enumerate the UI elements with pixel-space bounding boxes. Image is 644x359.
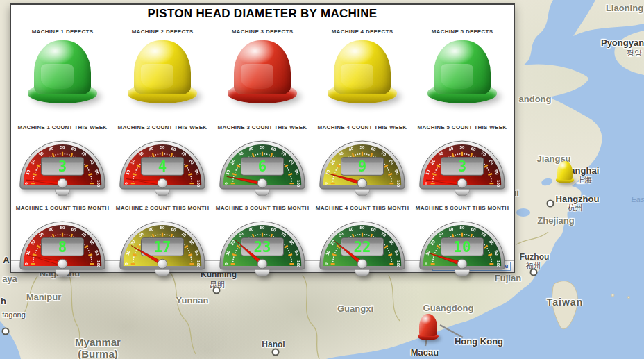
gauge-machine-2-week: 01020304050607080901004	[116, 134, 209, 199]
svg-text:0: 0	[323, 262, 328, 265]
svg-text:3: 3	[58, 158, 67, 175]
gauge-machine-1-week: 01020304050607080901003	[16, 134, 109, 199]
defect-cell-machine-5: MACHINE 5 DEFECTS	[412, 28, 512, 103]
map-label-hong-kong: Hong Kong	[455, 336, 503, 347]
city-dot	[2, 328, 10, 335]
map-label-guangxi: Guangxi	[337, 303, 373, 314]
defect-cell-machine-2: MACHINE 2 DEFECTS	[112, 28, 212, 103]
svg-text:50: 50	[60, 225, 65, 230]
hongkong-macau-led-marker[interactable]	[418, 314, 439, 340]
svg-text:100: 100	[296, 180, 301, 187]
map-label-h: h	[1, 296, 6, 306]
defect-light-machine-5	[427, 38, 497, 103]
map-label-eas: Eas	[632, 195, 644, 203]
gauge-machine-3-week: 01020304050607080901006	[216, 134, 309, 199]
sea-shape-west	[0, 321, 21, 359]
city-dot	[272, 349, 280, 356]
gauge-label: MACHINE 3 COUNT THIS WEEK	[218, 124, 307, 131]
map-label-taiwan: Taiwan	[547, 297, 583, 308]
lake	[541, 177, 553, 187]
svg-text:17: 17	[154, 239, 171, 256]
week-cell-machine-5: MACHINE 5 COUNT THIS WEEK010203040506070…	[412, 124, 512, 199]
svg-text:100: 100	[96, 260, 101, 268]
month-cell-machine-1: MACHINE 1 COUNT THIS MONTH01020304050607…	[12, 205, 112, 279]
svg-text:0: 0	[323, 182, 328, 185]
gauge-label: MACHINE 2 COUNT THIS MONTH	[116, 205, 209, 211]
svg-text:10: 10	[454, 239, 471, 256]
lake	[516, 208, 530, 217]
led-dome	[434, 40, 491, 94]
map-led-dome	[557, 161, 573, 180]
defect-light-label: MACHINE 5 DEFECTS	[432, 28, 493, 35]
svg-text:50: 50	[60, 144, 65, 149]
week-cell-machine-2: MACHINE 2 COUNT THIS WEEK010203040506070…	[112, 124, 212, 199]
month-cell-machine-4: MACHINE 4 COUNT THIS MONTH01020304050607…	[312, 205, 412, 279]
screen: { "dashboard": { "title": "PISTON HEAD D…	[0, 0, 644, 359]
city-dot	[213, 287, 221, 294]
gauge-machine-4-month: 010203040506070809010022	[316, 215, 409, 279]
map-label-manipur: Manipur	[26, 292, 62, 302]
svg-text:3: 3	[458, 158, 466, 175]
gauge-label: MACHINE 4 COUNT THIS WEEK	[318, 124, 407, 131]
week-cell-machine-3: MACHINE 3 COUNT THIS WEEK010203040506070…	[212, 124, 312, 199]
gauge-label: MACHINE 1 COUNT THIS WEEK	[18, 124, 108, 131]
svg-text:50: 50	[360, 144, 365, 149]
map-label--: 上海	[577, 175, 592, 185]
svg-text:100: 100	[396, 180, 401, 187]
month-cell-machine-5: MACHINE 5 COUNT THIS MONTH01020304050607…	[412, 205, 512, 279]
defect-light-machine-2	[128, 38, 197, 103]
gauge-machine-3-month: 010203040506070809010023	[216, 215, 309, 279]
map-label--: 杭州	[568, 203, 583, 213]
svg-text:50: 50	[160, 225, 165, 230]
map-label-guangdong: Guangdong	[423, 303, 474, 313]
defect-cell-machine-4: MACHINE 4 DEFECTS	[312, 28, 412, 103]
led-dome	[34, 40, 91, 94]
defect-lights-row: MACHINE 1 DEFECTSMACHINE 2 DEFECTSMACHIN…	[12, 28, 512, 103]
month-cell-machine-2: MACHINE 2 COUNT THIS MONTH01020304050607…	[112, 205, 212, 279]
week-cell-machine-1: MACHINE 1 COUNT THIS WEEK010203040506070…	[12, 124, 112, 199]
svg-text:100: 100	[496, 180, 501, 187]
svg-text:6: 6	[258, 158, 266, 175]
map-label-myanmar: Myanmar	[75, 336, 121, 348]
islet	[611, 294, 614, 297]
svg-text:50: 50	[460, 144, 465, 149]
gauge-label: MACHINE 3 COUNT THIS MONTH	[216, 205, 309, 211]
svg-text:0: 0	[124, 262, 128, 265]
map-label-tagong: tagong	[2, 310, 26, 319]
led-dome	[134, 40, 191, 94]
svg-text:100: 100	[396, 260, 401, 268]
city-dot	[530, 269, 538, 276]
map-label-macau: Macau	[411, 347, 439, 358]
gauge-machine-5-week: 01020304050607080901003	[416, 134, 509, 199]
map-label--: 평양	[627, 48, 642, 58]
svg-text:100: 100	[296, 260, 301, 268]
map-label-andong: andong	[519, 94, 552, 104]
svg-text:100: 100	[196, 260, 201, 268]
defect-light-machine-4	[328, 38, 397, 103]
svg-text:0: 0	[423, 262, 428, 265]
gauge-machine-1-month: 01020304050607080901008	[16, 215, 109, 279]
svg-text:50: 50	[260, 144, 265, 149]
map-label-zhejiang: Zhejiang	[537, 215, 574, 226]
defect-cell-machine-3: MACHINE 3 DEFECTS	[212, 28, 312, 103]
map-led-dome	[419, 314, 437, 336]
led-dome	[234, 40, 291, 94]
shanghai-led-marker[interactable]	[556, 161, 574, 183]
map-label-liaoning: Liaoning	[606, 3, 643, 13]
svg-text:22: 22	[354, 239, 371, 256]
svg-text:0: 0	[24, 182, 28, 185]
gauge-label: MACHINE 1 COUNT THIS MONTH	[16, 205, 109, 211]
svg-text:100: 100	[196, 180, 201, 187]
month-cell-machine-3: MACHINE 3 COUNT THIS MONTH01020304050607…	[212, 205, 312, 279]
defect-light-machine-3	[228, 38, 297, 103]
svg-text:4: 4	[158, 158, 167, 175]
map-label-a: A	[3, 255, 9, 265]
svg-text:50: 50	[360, 225, 365, 230]
map-label--burma-: (Burma)	[78, 348, 118, 359]
gauge-machine-5-month: 010203040506070809010010	[416, 215, 509, 279]
svg-text:100: 100	[96, 180, 101, 187]
defect-light-label: MACHINE 2 DEFECTS	[132, 28, 194, 35]
svg-text:50: 50	[160, 144, 165, 149]
dashboard-panel: PISTON HEAD DIAMETER BY MACHINE MACHINE …	[10, 3, 515, 273]
map-label-pyongyang: Pyongyang	[601, 37, 644, 48]
